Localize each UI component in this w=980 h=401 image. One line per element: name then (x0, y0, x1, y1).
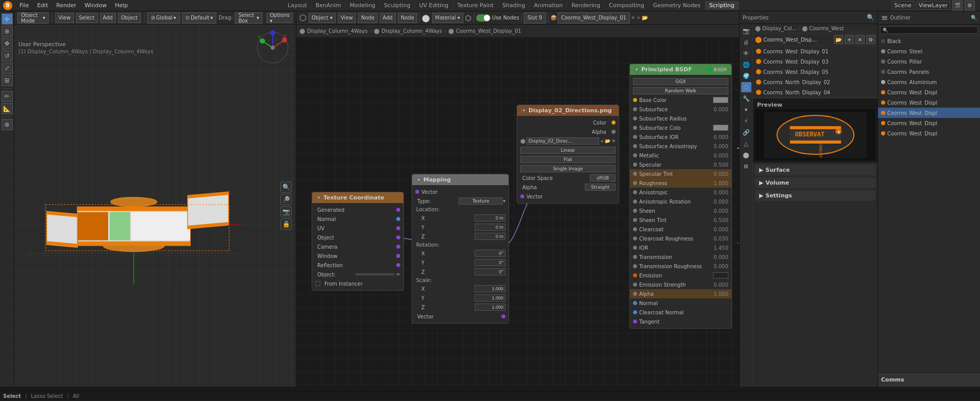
menu-window[interactable]: Window (81, 1, 110, 10)
lock-btn[interactable]: 🔒 (280, 218, 292, 230)
socket-tangent-in[interactable] (633, 319, 637, 324)
cursor-tool[interactable]: ⊕ (2, 26, 13, 37)
bsdf-dist-dropdown[interactable]: GGX (633, 78, 728, 85)
outliner-search-input[interactable] (889, 27, 975, 33)
mat-slot-1[interactable]: Coorms_West_Display_01 (753, 46, 877, 56)
socket-subsurf-radius-in[interactable] (633, 116, 637, 121)
socket-camera-out[interactable] (396, 245, 400, 249)
node-mapping-collapse[interactable]: ▾ (416, 177, 421, 183)
prop-physics-icon[interactable]: ⚡ (741, 116, 751, 126)
socket-trans-in[interactable] (633, 255, 637, 259)
image-name-dropdown[interactable]: Display_02_Direc... (526, 137, 599, 145)
object-field-input[interactable] (356, 273, 394, 275)
workspace-modeling[interactable]: Modeling (345, 1, 380, 10)
pivot-dropdown[interactable]: ⊙Default▾ (182, 12, 217, 24)
rot-z-input[interactable] (475, 268, 505, 275)
workspace-layout[interactable]: Layout (283, 1, 311, 10)
drag-dropdown[interactable]: Select Box▾ (235, 12, 262, 24)
socket-window-out[interactable] (396, 254, 400, 258)
scale-z-input[interactable] (475, 304, 505, 311)
ne-new-btn[interactable]: + (636, 15, 640, 21)
outliner-item-aluminium[interactable]: Coorms_Aluminium (878, 77, 980, 87)
subsurf-color-swatch[interactable] (713, 125, 728, 131)
orientation-dropdown[interactable]: ⊘Global▾ (147, 12, 179, 24)
zoom-out-btn[interactable]: 🔎 (280, 194, 292, 205)
select-menu[interactable]: Select (76, 13, 98, 23)
rot-y-input[interactable] (475, 259, 505, 266)
workspace-texture-paint[interactable]: Texture Paint (453, 1, 498, 10)
outliner-item-west3[interactable]: Coorms_West_Displ (878, 108, 980, 118)
prop-texture-icon[interactable]: ⊞ (741, 161, 751, 171)
use-nodes-toggle[interactable]: Use Nodes (476, 14, 519, 22)
socket-teximg-vector-in[interactable] (520, 194, 524, 198)
workspace-uv-editing[interactable]: UV Editing (415, 1, 453, 10)
ne-select-btn[interactable]: Node (358, 13, 377, 23)
socket-specular-tint-in[interactable] (633, 172, 637, 176)
view-layer-dropdown[interactable]: ViewLayer (916, 1, 950, 10)
workspace-animation[interactable]: Animation (530, 1, 567, 10)
node-collapse-btn[interactable]: ▾ (316, 195, 321, 200)
add-menu[interactable]: Add (100, 13, 116, 23)
material-name-dropdown[interactable]: Coorms_West_Display_01 (558, 12, 630, 24)
socket-sheen-tint-in[interactable] (633, 218, 637, 222)
rot-x-input[interactable] (475, 250, 505, 257)
node-texture-coordinate[interactable]: ▾ Texture Coordinate Generated Normal UV (312, 192, 404, 291)
socket-color-out[interactable] (611, 121, 616, 125)
prop-scene-icon[interactable]: 🌐 (741, 59, 751, 70)
workspace-rendering[interactable]: Rendering (567, 1, 605, 10)
rotate-tool[interactable]: ↺ (2, 50, 13, 62)
surface-section-header[interactable]: ▶ Surface (755, 165, 875, 175)
annotate-tool[interactable]: ✏ (2, 91, 13, 102)
move-tool[interactable]: ✥ (2, 38, 13, 49)
outliner-filter-icon[interactable]: 🔍 (971, 15, 977, 21)
projection-dropdown[interactable]: Flat (520, 156, 616, 163)
socket-subsurface-in[interactable] (633, 107, 637, 111)
scale-y-input[interactable] (475, 294, 505, 302)
ne-view-btn[interactable]: View (338, 13, 356, 23)
socket-ior-in[interactable] (633, 246, 637, 250)
socket-normal-out[interactable] (396, 217, 400, 221)
mat-browse-btn[interactable]: 📂 (834, 35, 843, 44)
outliner-item-steel[interactable]: Coorms_Steel (878, 46, 980, 56)
viewport-canvas[interactable]: User Perspective (1) Display_Column_4Way… (14, 25, 296, 387)
base-color-swatch[interactable] (713, 97, 728, 103)
settings-btn[interactable]: ⚙ (965, 1, 975, 11)
camera-btn[interactable]: 📷 (280, 206, 292, 217)
image-new-btn[interactable]: + (600, 138, 604, 144)
extension-dropdown[interactable]: Linear (520, 147, 616, 154)
workspace-benanim[interactable]: BenAnim (312, 1, 346, 10)
volume-section-header[interactable]: ▶ Volume (755, 177, 875, 188)
from-instancer-checkbox[interactable] (315, 281, 320, 286)
ne-node-btn[interactable]: Node (398, 13, 417, 23)
menu-file[interactable]: File (16, 1, 32, 10)
mat-slot-2[interactable]: Coorms_West_Display_03 (753, 56, 877, 67)
bsdf-subsurf-dropdown[interactable]: Random Walk (633, 87, 728, 94)
socket-anisotropic-in[interactable] (633, 190, 637, 194)
mat-bc-item1[interactable]: Display_Col... (762, 26, 797, 31)
outliner-item-west4[interactable]: Coorms_West_Displ (878, 118, 980, 128)
prop-constraint-icon[interactable]: 🔗 (741, 127, 751, 137)
socket-mapping-vector-in[interactable] (415, 190, 419, 194)
socket-mapping-vector-out[interactable] (501, 314, 505, 318)
prop-object-icon[interactable]: ⬡ (741, 82, 751, 92)
outliner-item-west1[interactable]: Coorms_West_Displ (878, 87, 980, 97)
scale-x-input[interactable] (475, 285, 505, 292)
socket-reflection-out[interactable] (396, 263, 400, 267)
menu-edit[interactable]: Edit (34, 1, 51, 10)
node-canvas[interactable]: ▾ Texture Coordinate Generated Normal UV (296, 38, 739, 387)
prop-data-icon[interactable]: △ (741, 138, 751, 149)
socket-normal-in[interactable] (633, 301, 637, 305)
rp-filter-icon[interactable]: 🔍 (867, 14, 874, 21)
ne-close-btn[interactable]: ✕ (631, 15, 635, 21)
socket-alpha-in[interactable] (633, 292, 637, 296)
outliner-item-pannels[interactable]: Coorms_Pannels (878, 67, 980, 77)
socket-alpha-out[interactable] (611, 130, 616, 134)
mat-slot-4[interactable]: Coorms_North_Display_02 (753, 77, 877, 87)
prop-world-icon[interactable]: 🌍 (741, 71, 751, 81)
socket-em-strength-in[interactable] (633, 283, 637, 287)
socket-object-out[interactable] (396, 235, 400, 239)
outliner-item-pillar[interactable]: Coorms_Pillar (878, 56, 980, 67)
workspace-sculpting[interactable]: Sculpting (380, 1, 415, 10)
node-bsdf-collapse[interactable]: ▾ (634, 67, 639, 72)
socket-trans-rough-in[interactable] (633, 264, 637, 268)
